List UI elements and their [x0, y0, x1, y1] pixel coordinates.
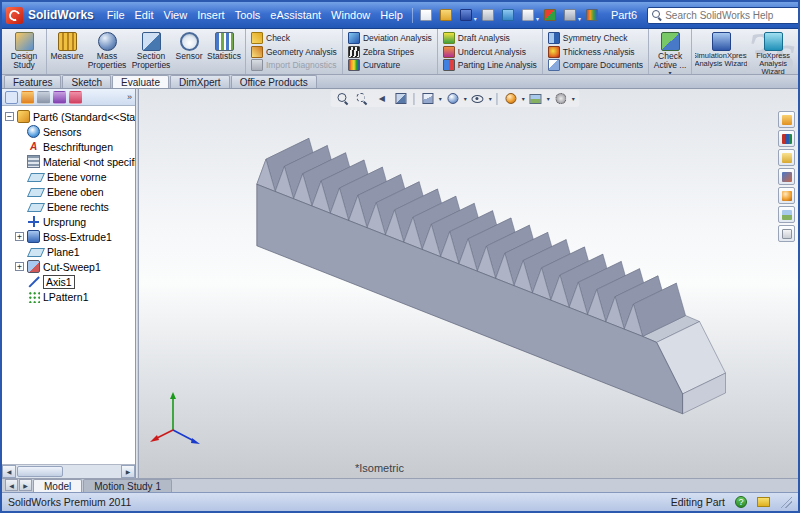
save-button[interactable]: [457, 6, 475, 24]
tab-evaluate[interactable]: Evaluate: [112, 75, 169, 88]
check-active-dropdown-icon[interactable]: ▾: [669, 70, 672, 73]
tree-item-top-plane[interactable]: Ebene oben: [2, 184, 135, 199]
menu-file[interactable]: File: [102, 7, 130, 23]
search-input[interactable]: [665, 10, 800, 21]
scenes-button[interactable]: [778, 206, 795, 223]
save-dropdown-icon[interactable]: ▾: [474, 15, 477, 22]
tree-item-boss-extrude1[interactable]: + Boss-Extrude1: [2, 229, 135, 244]
scrollbar-thumb[interactable]: [17, 466, 63, 477]
tab-office-products[interactable]: Office Products: [231, 75, 317, 88]
file-explorer-button[interactable]: [778, 149, 795, 166]
select-dropdown-icon[interactable]: ▾: [536, 15, 539, 22]
deviation-analysis-button[interactable]: Deviation Analysis: [348, 31, 432, 44]
floxpress-wizard-button[interactable]: FloXpress Analysis Wizard: [749, 30, 797, 74]
menu-window[interactable]: Window: [326, 7, 375, 23]
rebuild-button[interactable]: [541, 6, 559, 24]
zoom-to-fit-button[interactable]: [336, 91, 352, 106]
design-library-button[interactable]: [778, 130, 795, 147]
graphics-area[interactable]: ◀ ▾ ▾ ▾ ▾ ▾ ▾: [139, 89, 798, 478]
check-button[interactable]: Check: [251, 31, 337, 44]
sensor-button[interactable]: Sensor: [174, 30, 204, 74]
previous-view-button[interactable]: ◀: [374, 91, 390, 106]
tree-item-origin[interactable]: Ursprung: [2, 214, 135, 229]
tree-item-material[interactable]: Material <not specified>: [2, 154, 135, 169]
zoom-to-area-button[interactable]: [355, 91, 371, 106]
tree-item-root[interactable]: − Part6 (Standard<<Standard>_: [2, 109, 135, 124]
menu-view[interactable]: View: [159, 7, 193, 23]
tab-features[interactable]: Features: [4, 75, 61, 88]
symmetry-check-button[interactable]: Symmetry Check: [548, 31, 643, 44]
print-button[interactable]: [479, 6, 497, 24]
compare-documents-button[interactable]: Compare Documents: [548, 59, 643, 72]
menu-eassistant[interactable]: eAssistant: [265, 7, 326, 23]
help-search-box[interactable]: ▾: [647, 7, 800, 24]
rack-gear-model[interactable]: [139, 89, 798, 478]
scroll-left-icon[interactable]: ◀: [2, 465, 16, 478]
expand-icon[interactable]: +: [15, 262, 24, 271]
statistics-button[interactable]: Statistics: [206, 30, 242, 74]
scroll-right-icon[interactable]: ▶: [121, 465, 135, 478]
section-view-button[interactable]: [393, 91, 409, 106]
section-properties-button[interactable]: Section Properties: [130, 30, 172, 74]
display-style-dropdown-icon[interactable]: ▾: [464, 96, 467, 102]
open-document-button[interactable]: [437, 6, 455, 24]
draft-analysis-button[interactable]: Draft Analysis: [443, 31, 537, 44]
tree-horizontal-scrollbar[interactable]: ◀ ▶: [2, 464, 135, 478]
measure-button[interactable]: Measure: [50, 30, 84, 74]
menu-help[interactable]: Help: [375, 7, 408, 23]
undercut-analysis-button[interactable]: Undercut Analysis: [443, 45, 537, 58]
hide-show-items-button[interactable]: [470, 91, 486, 106]
parting-line-analysis-button[interactable]: Parting Line Analysis: [443, 59, 537, 72]
dimxpert-manager-tab-icon[interactable]: [53, 91, 66, 104]
configuration-manager-tab-icon[interactable]: [37, 91, 50, 104]
resize-grip-icon[interactable]: [780, 496, 792, 508]
tab-motion-study-1[interactable]: Motion Study 1: [83, 479, 172, 492]
zebra-stripes-button[interactable]: Zebra Stripes: [348, 45, 432, 58]
tab-model[interactable]: Model: [33, 479, 82, 492]
thickness-analysis-button[interactable]: Thickness Analysis: [548, 45, 643, 58]
display-style-button[interactable]: [445, 91, 461, 106]
tree-item-plane1[interactable]: Plane1: [2, 244, 135, 259]
view-settings-dropdown-icon[interactable]: ▾: [572, 96, 575, 102]
select-button[interactable]: [519, 6, 537, 24]
view-orientation-dropdown-icon[interactable]: ▾: [439, 96, 442, 102]
options-dropdown-icon[interactable]: ▾: [578, 15, 581, 22]
tab-sketch[interactable]: Sketch: [62, 75, 111, 88]
display-manager-tab-icon[interactable]: [69, 91, 82, 104]
custom-properties-button[interactable]: [778, 225, 795, 242]
undo-button[interactable]: [499, 6, 517, 24]
new-document-button[interactable]: [417, 6, 435, 24]
tree-item-lpattern1[interactable]: LPattern1: [2, 289, 135, 304]
simulationxpress-wizard-button[interactable]: SimulationXpress Analysis Wizard: [695, 30, 747, 74]
edit-appearance-button[interactable]: [583, 6, 601, 24]
tab-scroll-left-icon[interactable]: ◀: [5, 479, 18, 491]
design-study-button[interactable]: Design Study: [5, 30, 43, 74]
tree-item-right-plane[interactable]: Ebene rechts: [2, 199, 135, 214]
tree-item-annotations[interactable]: A Beschriftungen: [2, 139, 135, 154]
scrollbar-track[interactable]: [64, 465, 121, 478]
view-orientation-button[interactable]: [420, 91, 436, 106]
collapse-icon[interactable]: −: [5, 112, 14, 121]
geometry-analysis-button[interactable]: Geometry Analysis: [251, 45, 337, 58]
menu-tools[interactable]: Tools: [230, 7, 266, 23]
view-settings-button[interactable]: [553, 91, 569, 106]
check-active-button[interactable]: Check Active ... ▾: [652, 30, 688, 74]
tag-icon[interactable]: [757, 497, 770, 507]
curvature-button[interactable]: Curvature: [348, 59, 432, 72]
appearances-button[interactable]: [778, 187, 795, 204]
feature-manager-tab-icon[interactable]: [5, 91, 18, 104]
tree-item-sensors[interactable]: Sensors: [2, 124, 135, 139]
edit-appearance-button[interactable]: [503, 91, 519, 106]
tree-item-cut-sweep1[interactable]: + Cut-Sweep1: [2, 259, 135, 274]
view-palette-button[interactable]: [778, 168, 795, 185]
tree-item-axis1[interactable]: Axis1: [2, 274, 135, 289]
solidworks-resources-button[interactable]: [778, 111, 795, 128]
tab-scroll-right-icon[interactable]: ▶: [19, 479, 32, 491]
tab-dimxpert[interactable]: DimXpert: [170, 75, 230, 88]
expand-icon[interactable]: +: [15, 232, 24, 241]
scene-dropdown-icon[interactable]: ▾: [547, 96, 550, 102]
mass-properties-button[interactable]: Mass Properties: [86, 30, 128, 74]
menu-edit[interactable]: Edit: [130, 7, 159, 23]
panel-overflow-icon[interactable]: »: [127, 92, 132, 102]
property-manager-tab-icon[interactable]: [21, 91, 34, 104]
